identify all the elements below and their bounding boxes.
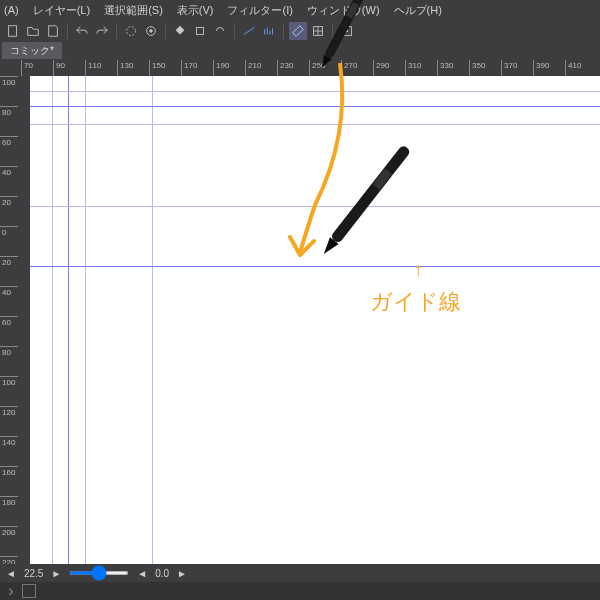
footer-bar: ›: [0, 582, 600, 600]
document-tab[interactable]: コミック*: [2, 42, 62, 59]
menu-view[interactable]: 表示(V): [177, 3, 214, 18]
menu-layer[interactable]: レイヤー(L): [33, 3, 90, 18]
svg-point-3: [149, 29, 153, 33]
redo-icon[interactable]: [93, 22, 111, 40]
adjust-icon[interactable]: [240, 22, 258, 40]
menu-window[interactable]: ウィンドウ(W): [307, 3, 380, 18]
settings-icon[interactable]: [142, 22, 160, 40]
tab-bar: コミック*: [0, 42, 600, 60]
ruler-corner: [0, 60, 18, 76]
undo-icon[interactable]: [73, 22, 91, 40]
chevron-right-icon[interactable]: ›: [4, 584, 18, 598]
annotation-up-arrow: ↑: [413, 258, 423, 281]
ruler-vertical[interactable]: [0, 76, 18, 564]
svg-point-1: [127, 27, 136, 36]
canvas-area[interactable]: [18, 76, 600, 564]
chevron-right-icon[interactable]: ►: [177, 568, 187, 579]
zoom-slider[interactable]: [69, 571, 129, 575]
status-bar: ◄ 22.5 ► ◄ 0.0 ►: [0, 564, 600, 582]
svg-rect-4: [197, 28, 204, 35]
grid-icon[interactable]: [309, 22, 327, 40]
ruler-horizontal[interactable]: [18, 60, 600, 76]
rotation-value[interactable]: 0.0: [155, 568, 169, 579]
rotate-icon[interactable]: [211, 22, 229, 40]
guide-horizontal[interactable]: [30, 266, 600, 267]
guide-horizontal[interactable]: [30, 91, 600, 92]
clear-icon[interactable]: [122, 22, 140, 40]
guide-vertical[interactable]: [152, 76, 153, 564]
menu-help[interactable]: ヘルプ(H): [394, 3, 442, 18]
annotation-label: ガイド線: [370, 287, 461, 317]
guide-vertical[interactable]: [68, 76, 69, 564]
guide-vertical[interactable]: [52, 76, 53, 564]
new-icon[interactable]: [4, 22, 22, 40]
panel-toggle-icon[interactable]: [22, 584, 36, 598]
menu-filter[interactable]: フィルター(I): [227, 3, 292, 18]
menu-a[interactable]: (A): [4, 4, 19, 16]
canvas[interactable]: [30, 76, 600, 564]
guide-horizontal[interactable]: [30, 124, 600, 125]
levels-icon[interactable]: [260, 22, 278, 40]
fill-icon[interactable]: [171, 22, 189, 40]
chevron-left-icon[interactable]: ◄: [6, 568, 16, 579]
guide-horizontal[interactable]: [30, 206, 600, 207]
play-icon[interactable]: [338, 22, 356, 40]
ruler-icon[interactable]: [289, 22, 307, 40]
guide-vertical[interactable]: [85, 76, 86, 564]
chevron-left-icon[interactable]: ◄: [137, 568, 147, 579]
zoom-value[interactable]: 22.5: [24, 568, 43, 579]
save-icon[interactable]: [44, 22, 62, 40]
guide-horizontal[interactable]: [30, 106, 600, 107]
menu-select[interactable]: 選択範囲(S): [104, 3, 163, 18]
chevron-right-icon[interactable]: ►: [51, 568, 61, 579]
toolbar: [0, 20, 600, 42]
menu-bar: (A) レイヤー(L) 選択範囲(S) 表示(V) フィルター(I) ウィンドウ…: [0, 0, 600, 20]
open-icon[interactable]: [24, 22, 42, 40]
svg-rect-0: [9, 26, 17, 37]
crop-icon[interactable]: [191, 22, 209, 40]
